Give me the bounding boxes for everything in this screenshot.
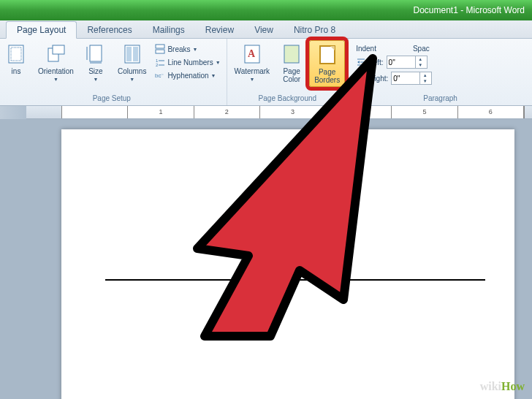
svg-rect-11	[156, 50, 164, 53]
orientation-button[interactable]: Orientation ▼	[34, 40, 78, 84]
orientation-icon	[44, 42, 67, 66]
horizontal-line	[105, 279, 485, 281]
chevron-down-icon: ▼	[53, 77, 58, 82]
indent-left-label: Left:	[369, 58, 383, 66]
chevron-down-icon: ▼	[249, 77, 254, 82]
tab-mailings[interactable]: Mailings	[142, 22, 195, 38]
chevron-down-icon: ▼	[129, 77, 134, 82]
indent-right-label: Right:	[369, 75, 388, 83]
columns-button[interactable]: Columns ▼	[113, 40, 151, 84]
size-icon	[84, 42, 107, 66]
spinner-down-icon[interactable]: ▼	[416, 62, 425, 68]
group-paragraph: Indent Spac Left: ▲▼ Right: ▲	[349, 39, 532, 105]
watermark-icon: A	[240, 42, 264, 66]
tab-references[interactable]: References	[77, 22, 142, 38]
svg-rect-19	[284, 45, 299, 63]
group-page-background: A Watermark ▼ PageColor PageBorders Page…	[227, 39, 349, 105]
indent-right-icon	[356, 73, 366, 83]
indent-right-input[interactable]	[392, 75, 419, 83]
page-borders-icon	[316, 43, 339, 66]
svg-rect-10	[156, 45, 164, 48]
size-button[interactable]: Size ▼	[80, 40, 112, 84]
ribbon-tabs: Page Layout References Mailings Review V…	[0, 20, 532, 39]
page-borders-button[interactable]: PageBorders	[309, 40, 345, 87]
svg-text:bc⁻: bc⁻	[155, 72, 164, 79]
svg-rect-3	[53, 45, 64, 54]
line-numbers-button[interactable]: 12 Line Numbers ▼	[152, 56, 223, 68]
chevron-down-icon: ▼	[93, 77, 98, 82]
indent-right-spinner[interactable]: ▲▼	[391, 72, 432, 85]
spacing-header: Spac	[413, 45, 430, 53]
spinner-down-icon[interactable]: ▼	[420, 78, 430, 84]
indent-left-spinner[interactable]: ▲▼	[387, 56, 428, 69]
document-page[interactable]	[61, 129, 514, 399]
tab-review[interactable]: Review	[195, 22, 244, 38]
horizontal-ruler[interactable]: 1 2 3 4 5 6	[26, 106, 532, 119]
margins-icon	[4, 42, 28, 66]
svg-text:2: 2	[156, 63, 159, 67]
watermark-button[interactable]: A Watermark ▼	[230, 40, 275, 84]
svg-rect-4	[90, 45, 102, 61]
page-color-button[interactable]: PageColor	[276, 40, 308, 86]
chevron-down-icon: ▼	[193, 47, 198, 52]
svg-text:A: A	[248, 48, 256, 59]
tab-nitro-pro[interactable]: Nitro Pro 8	[284, 22, 346, 38]
margins-button[interactable]: ins	[0, 40, 32, 77]
hyphenation-button[interactable]: bc⁻ Hyphenation ▼	[152, 69, 223, 81]
columns-icon	[121, 42, 144, 66]
document-area[interactable]	[0, 119, 532, 399]
svg-rect-20	[320, 46, 335, 64]
window-title: Document1 - Microsoft Word	[414, 5, 525, 15]
group-label-page-background: Page Background	[259, 94, 317, 104]
svg-rect-8	[126, 47, 132, 61]
group-label-paragraph: Paragraph	[423, 94, 457, 104]
page-color-icon	[280, 42, 303, 66]
spinner-up-icon[interactable]: ▲	[420, 72, 430, 78]
hyphenation-icon: bc⁻	[155, 70, 165, 80]
spinner-up-icon[interactable]: ▲	[416, 56, 425, 62]
breaks-button[interactable]: Breaks ▼	[152, 43, 223, 55]
indent-left-input[interactable]	[387, 58, 415, 66]
wikihow-watermark: wikiHow	[480, 380, 525, 393]
group-label-page-setup: Page Setup	[93, 94, 131, 104]
chevron-down-icon: ▼	[216, 60, 221, 65]
svg-rect-9	[133, 47, 138, 61]
indent-header: Indent	[356, 45, 376, 53]
chevron-down-icon: ▼	[211, 73, 216, 78]
breaks-icon	[155, 44, 165, 54]
tab-page-layout[interactable]: Page Layout	[6, 21, 77, 39]
titlebar: Document1 - Microsoft Word	[0, 0, 532, 20]
line-numbers-icon: 12	[155, 57, 165, 67]
ribbon: ins Orientation ▼ Size ▼ Column	[0, 39, 532, 106]
group-page-setup: ins Orientation ▼ Size ▼ Column	[0, 39, 227, 105]
tab-view[interactable]: View	[244, 22, 284, 38]
indent-left-icon	[356, 57, 366, 67]
